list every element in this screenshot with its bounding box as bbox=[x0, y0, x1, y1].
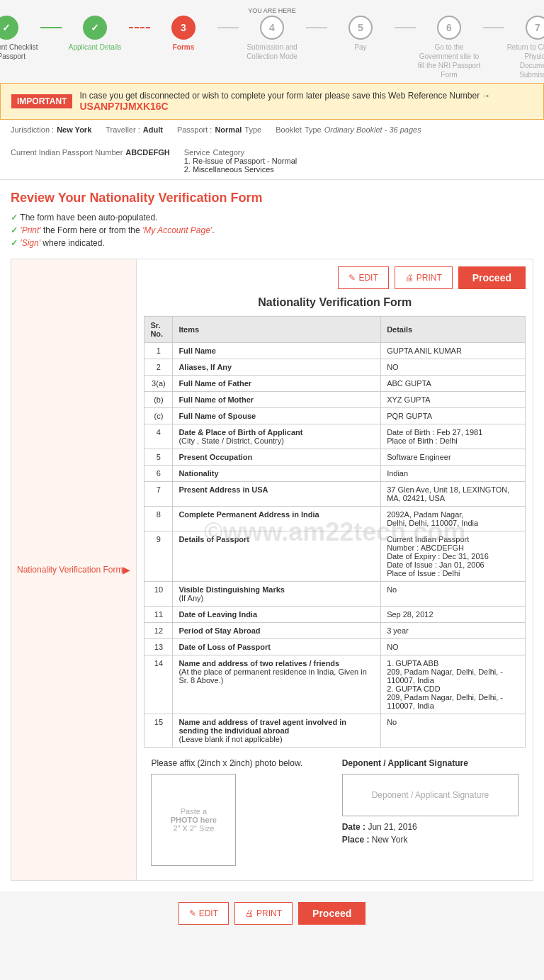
photo-label: Please affix (2inch x 2inch) photo below… bbox=[151, 758, 327, 768]
sidebar-arrow-icon: ▶ bbox=[123, 564, 130, 575]
row-detail: No bbox=[381, 582, 526, 607]
top-edit-button[interactable]: ✎ EDIT bbox=[338, 266, 388, 289]
row-sr: 14 bbox=[144, 655, 173, 714]
table-row: 15Name and address of travel agent invol… bbox=[144, 714, 526, 748]
bottom-edit-label: EDIT bbox=[199, 908, 218, 918]
service-item: Service Category 1. Re-issue of Passport… bbox=[184, 148, 298, 174]
form-top-actions: ✎ EDIT 🖨 PRINT Proceed bbox=[144, 266, 526, 289]
booklet-label: Booklet bbox=[276, 125, 302, 134]
step-6-circle: 6 bbox=[437, 16, 461, 40]
review-title-highlight: Nationality Verification Form bbox=[89, 191, 262, 205]
row-sr: 3(a) bbox=[144, 376, 173, 392]
row-detail: ABC GUPTA bbox=[381, 376, 526, 392]
col-details: Details bbox=[381, 317, 526, 343]
top-print-button[interactable]: 🖨 PRINT bbox=[395, 266, 453, 289]
service-value2: 2. Miscellaneous Services bbox=[184, 165, 298, 174]
col-items: Items bbox=[173, 317, 381, 343]
row-item: Present Address in USA bbox=[173, 482, 381, 507]
jurisdiction-value: New York bbox=[57, 125, 91, 134]
edit-icon: ✎ bbox=[348, 273, 356, 283]
table-row: 9Details of PassportCurrent Indian Passp… bbox=[144, 531, 526, 582]
row-sr: 10 bbox=[144, 582, 173, 607]
table-row: 7Present Address in USA37 Glen Ave, Unit… bbox=[144, 482, 526, 507]
sig-label: Deponent / Applicant Signature bbox=[342, 758, 518, 768]
row-item: Name and address of travel agent involve… bbox=[173, 714, 381, 748]
step-5-circle: 5 bbox=[348, 16, 373, 40]
print-label: PRINT bbox=[416, 273, 442, 283]
important-banner: IMPORTANT In case you get disconnected o… bbox=[0, 83, 544, 120]
step-3-label: Forms bbox=[173, 43, 195, 52]
steps-row: ✓ Document Checklist for Passport ✓ Appl… bbox=[0, 16, 544, 79]
step-1: ✓ Document Checklist for Passport bbox=[0, 16, 40, 61]
row-detail: NO bbox=[381, 359, 526, 376]
step-5-label: Pay bbox=[354, 43, 366, 52]
table-row: (c)Full Name of SpousePQR GUPTA bbox=[144, 408, 526, 424]
service-label: Service bbox=[184, 148, 210, 157]
row-sr: 12 bbox=[144, 623, 173, 639]
step-3-circle: 3 bbox=[171, 16, 196, 40]
service-cat-label: Category bbox=[212, 148, 244, 157]
row-item: Full Name of Father bbox=[173, 376, 381, 392]
step-3: 3 Forms bbox=[150, 16, 217, 52]
row-detail: GUPTA ANIL KUMAR bbox=[381, 343, 526, 359]
review-checklist: The form have been auto-populated. 'Prin… bbox=[11, 213, 533, 248]
row-sr: 15 bbox=[144, 714, 173, 748]
sig-box-wrapper: Deponent / Applicant Signature Deponent … bbox=[342, 758, 518, 866]
row-item: Aliases, If Any bbox=[173, 359, 381, 376]
table-row: (b)Full Name of MotherXYZ GUPTA bbox=[144, 392, 526, 408]
current-passport-item: Current Indian Passport Number ABCDEFGH bbox=[11, 148, 170, 174]
review-title: Review Your Nationality Verification For… bbox=[11, 191, 533, 205]
photo-line3: 2" X 2" Size bbox=[173, 824, 214, 833]
col-sr: Sr. No. bbox=[144, 317, 173, 343]
table-row: 14Name and address of two relatives / fr… bbox=[144, 655, 526, 714]
table-row: 5Present OccupationSoftware Engineer bbox=[144, 449, 526, 466]
row-detail: 1. GUPTA ABB 209, Padam Nagar, Delhi, De… bbox=[381, 655, 526, 714]
row-item: Date & Place of Birth of Applicant(City … bbox=[173, 424, 381, 449]
top-proceed-button[interactable]: Proceed bbox=[458, 266, 526, 289]
row-detail: Indian bbox=[381, 466, 526, 482]
form-content: ✎ EDIT 🖨 PRINT Proceed Nationality Verif… bbox=[137, 259, 533, 880]
checklist-item-1: The form have been auto-populated. bbox=[11, 213, 533, 223]
connector-6 bbox=[483, 27, 504, 28]
table-row: 2Aliases, If AnyNO bbox=[144, 359, 526, 376]
photo-line1: Paste a bbox=[181, 807, 207, 816]
step-4-label: Submission and Collection Mode bbox=[240, 43, 304, 61]
sig-box: Deponent / Applicant Signature bbox=[342, 774, 518, 816]
row-sr: 11 bbox=[144, 607, 173, 623]
table-row: 13Date of Loss of PassportNO bbox=[144, 639, 526, 655]
service-value1: 1. Re-issue of Passport - Normal bbox=[184, 157, 298, 165]
bottom-edit-button[interactable]: ✎ EDIT bbox=[178, 902, 229, 925]
table-row: 11Date of Leaving IndiaSep 28, 2012 bbox=[144, 607, 526, 623]
row-detail: Sep 28, 2012 bbox=[381, 607, 526, 623]
photo-line2: PHOTO here bbox=[171, 816, 217, 824]
sig-date: Date : Jun 21, 2016 bbox=[342, 822, 518, 832]
step-7: 7 Return to CKGS for Physical Documents … bbox=[504, 16, 545, 79]
row-item: Visible Distinguishing Marks(If Any) bbox=[173, 582, 381, 607]
step-7-circle: 7 bbox=[526, 16, 544, 40]
sidebar-tab-label: Nationality Verification Form bbox=[17, 565, 123, 575]
sig-place: Place : New York bbox=[342, 835, 518, 845]
current-passport-value: ABCDEFGH bbox=[125, 148, 169, 174]
row-detail: PQR GUPTA bbox=[381, 408, 526, 424]
connector-3 bbox=[217, 27, 239, 28]
bottom-proceed-button[interactable]: Proceed bbox=[298, 902, 366, 925]
table-row: 10Visible Distinguishing Marks(If Any)No bbox=[144, 582, 526, 607]
main-content: Review Your Nationality Verification For… bbox=[0, 180, 544, 891]
table-row: 8Complete Permanent Address in India2092… bbox=[144, 507, 526, 531]
sidebar-tab[interactable]: Nationality Verification Form ▶ bbox=[11, 259, 137, 880]
bottom-print-label: PRINT bbox=[256, 908, 282, 918]
passport-label: Passport : bbox=[177, 125, 212, 134]
step-1-circle: ✓ bbox=[0, 16, 18, 40]
row-item: Full Name of Spouse bbox=[173, 408, 381, 424]
step-4: 4 Submission and Collection Mode bbox=[239, 16, 306, 61]
row-item: Present Occupation bbox=[173, 449, 381, 466]
you-are-here-label: YOU ARE HERE bbox=[248, 7, 296, 14]
table-row: 12Period of Stay Abroad3 year bbox=[144, 623, 526, 639]
traveller-item: Traveller : Adult bbox=[106, 125, 163, 134]
bottom-print-button[interactable]: 🖨 PRINT bbox=[234, 902, 293, 925]
booklet-value: Ordinary Booklet - 36 pages bbox=[324, 125, 421, 134]
photo-box-wrapper: Please affix (2inch x 2inch) photo below… bbox=[151, 758, 327, 866]
jurisdiction-item: Jurisdiction : New York bbox=[11, 125, 91, 134]
ref-number: USANP7IJMXK16C bbox=[79, 101, 168, 112]
row-sr: 8 bbox=[144, 507, 173, 531]
